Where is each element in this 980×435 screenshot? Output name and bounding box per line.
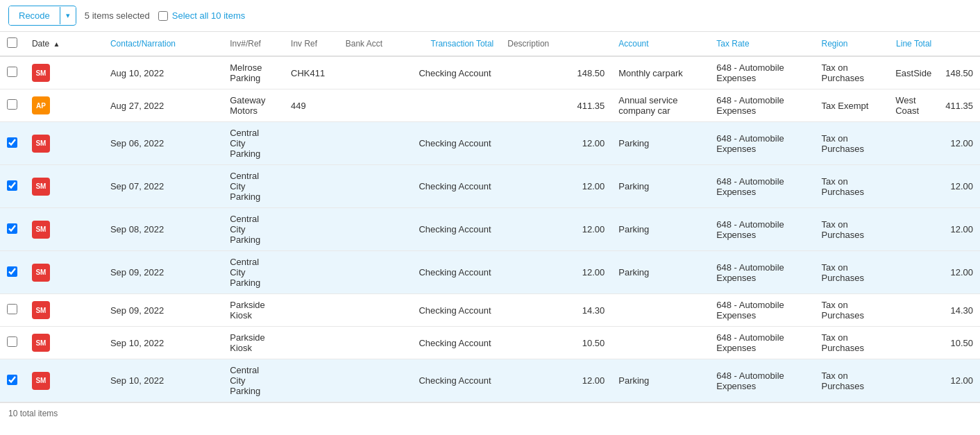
total-items-label: 10 total items — [8, 409, 58, 418]
cell-desc — [611, 327, 709, 359]
cell-total: 12.00 — [500, 208, 611, 251]
avatar: SM — [32, 221, 50, 239]
items-selected-count: 5 items selected — [85, 10, 150, 21]
cell-desc: Annual service company car — [611, 89, 709, 122]
cell-date: Sep 09, 2022 — [103, 294, 223, 327]
cell-contact: Central City Parking — [223, 122, 284, 165]
table-row: SM Sep 10, 2022 Central City Parking Che… — [0, 359, 980, 402]
table-header-row: Date ▲ Contact/Narration Inv#/Ref Inv Re… — [0, 32, 980, 56]
cell-date: Sep 06, 2022 — [103, 122, 223, 165]
cell-desc: Parking — [611, 359, 709, 402]
cell-bank: Checking Account — [412, 165, 500, 208]
header-total[interactable]: Transaction Total — [412, 32, 500, 56]
cell-account: 648 - Automobile Expenses — [709, 122, 814, 165]
cell-avatar: SM — [25, 56, 103, 89]
cell-inv: 449 — [284, 89, 339, 122]
avatar: SM — [32, 135, 50, 153]
cell-date: Sep 07, 2022 — [103, 165, 223, 208]
row-checkbox-4[interactable] — [7, 223, 17, 234]
cell-region — [888, 359, 938, 402]
cell-invref — [339, 122, 412, 165]
recode-button[interactable]: Recode — [9, 6, 60, 25]
cell-date: Sep 08, 2022 — [103, 208, 223, 251]
row-checkbox-1[interactable] — [7, 99, 17, 110]
cell-contact: Central City Parking — [223, 251, 284, 294]
cell-linetotal: 12.00 — [938, 122, 980, 165]
cell-total: 12.00 — [500, 165, 611, 208]
header-contact[interactable]: Contact/Narration — [103, 32, 223, 56]
header-bank: Bank Acct — [339, 32, 412, 56]
cell-bank: Checking Account — [412, 327, 500, 359]
recode-dropdown-button[interactable]: ▾ — [60, 7, 76, 24]
row-checkbox-5[interactable] — [7, 266, 17, 277]
table-row: SM Aug 10, 2022 Melrose Parking CHK411 C… — [0, 56, 980, 89]
cell-account: 648 - Automobile Expenses — [709, 56, 814, 89]
cell-linetotal: 12.00 — [938, 359, 980, 402]
cell-avatar: SM — [25, 294, 103, 327]
cell-invref — [339, 251, 412, 294]
header-checkbox-col — [0, 32, 25, 56]
table-row: SM Sep 07, 2022 Central City Parking Che… — [0, 165, 980, 208]
cell-linetotal: 12.00 — [938, 208, 980, 251]
cell-avatar: SM — [25, 359, 103, 402]
cell-avatar: SM — [25, 165, 103, 208]
header-linetotal[interactable]: Line Total — [888, 32, 938, 56]
cell-invref — [339, 89, 412, 122]
row-checkbox-cell — [0, 89, 25, 122]
header-tax[interactable]: Tax Rate — [709, 32, 814, 56]
header-desc: Description — [500, 32, 611, 56]
cell-inv: CHK411 — [284, 56, 339, 89]
cell-total: 14.30 — [500, 294, 611, 327]
header-account[interactable]: Account — [611, 32, 709, 56]
cell-bank: Checking Account — [412, 359, 500, 402]
cell-date: Sep 10, 2022 — [103, 359, 223, 402]
cell-linetotal: 14.30 — [938, 294, 980, 327]
cell-contact: Central City Parking — [223, 359, 284, 402]
cell-total: 10.50 — [500, 327, 611, 359]
cell-invref — [339, 208, 412, 251]
row-checkbox-7[interactable] — [7, 336, 17, 347]
cell-inv — [284, 294, 339, 327]
row-checkbox-8[interactable] — [7, 375, 17, 385]
row-checkbox-3[interactable] — [7, 180, 17, 191]
cell-account: 648 - Automobile Expenses — [709, 359, 814, 402]
row-checkbox-6[interactable] — [7, 304, 17, 314]
avatar: SM — [32, 178, 50, 196]
sort-arrow-date: ▲ — [53, 40, 60, 48]
header-date[interactable]: Date ▲ — [25, 32, 103, 56]
cell-contact: Melrose Parking — [223, 56, 284, 89]
select-all-checkbox[interactable] — [158, 11, 168, 21]
cell-linetotal: 148.50 — [938, 56, 980, 89]
select-all-text: Select all 10 items — [172, 10, 246, 21]
cell-desc: Parking — [611, 251, 709, 294]
cell-invref — [339, 327, 412, 359]
cell-desc: Parking — [611, 208, 709, 251]
cell-total: 411.35 — [500, 89, 611, 122]
cell-date: Sep 10, 2022 — [103, 327, 223, 359]
header-checkbox[interactable] — [7, 37, 17, 48]
cell-contact: Parkside Kiosk — [223, 327, 284, 359]
avatar: SM — [32, 264, 50, 282]
table-row: SM Sep 10, 2022 Parkside Kiosk Checking … — [0, 327, 980, 359]
table-row: SM Sep 09, 2022 Parkside Kiosk Checking … — [0, 294, 980, 327]
recode-btn-group: Recode ▾ — [8, 6, 76, 26]
table-row: SM Sep 06, 2022 Central City Parking Che… — [0, 122, 980, 165]
row-checkbox-0[interactable] — [7, 67, 17, 77]
header-region[interactable]: Region — [814, 32, 888, 56]
table-row: SM Sep 09, 2022 Central City Parking Che… — [0, 251, 980, 294]
cell-account: 648 - Automobile Expenses — [709, 327, 814, 359]
cell-total: 12.00 — [500, 359, 611, 402]
cell-region — [888, 165, 938, 208]
cell-inv — [284, 251, 339, 294]
row-checkbox-2[interactable] — [7, 137, 17, 148]
cell-avatar: SM — [25, 327, 103, 359]
select-all-label[interactable]: Select all 10 items — [158, 10, 246, 21]
cell-region: West Coast — [888, 89, 938, 122]
cell-tax: Tax on Purchases — [814, 359, 888, 402]
cell-total: 148.50 — [500, 56, 611, 89]
cell-tax: Tax on Purchases — [814, 165, 888, 208]
cell-account: 648 - Automobile Expenses — [709, 294, 814, 327]
avatar: SM — [32, 334, 50, 352]
cell-inv — [284, 208, 339, 251]
cell-invref — [339, 359, 412, 402]
